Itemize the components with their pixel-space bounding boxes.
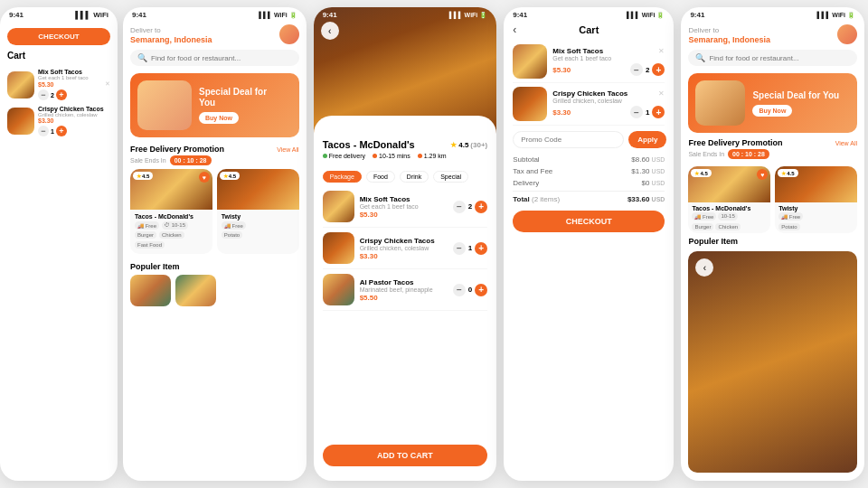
search-bar-p5[interactable]: 🔍	[688, 50, 857, 66]
search-input-p2[interactable]	[151, 54, 292, 62]
food-card-1[interactable]: ★4.5 ♥ Tacos - McDonald's 🚚 Free ⏱ 10-15…	[130, 169, 212, 254]
food-cards-p2: ★4.5 ♥ Tacos - McDonald's 🚚 Free ⏱ 10-15…	[130, 169, 299, 254]
promo-code-input[interactable]	[513, 131, 624, 148]
tab-special[interactable]: Special	[433, 171, 468, 183]
qty-plus-1[interactable]: +	[56, 89, 67, 100]
back-button-p3[interactable]: ‹	[321, 22, 339, 40]
special-deal-banner-p5: Special Deal for You Buy Now	[688, 73, 857, 133]
tab-drink[interactable]: Drink	[400, 171, 429, 183]
tag-fastfood: Fast Food	[135, 241, 165, 249]
item-3-minus[interactable]: −	[453, 284, 466, 296]
deal-food-img-p5	[695, 80, 745, 126]
item-2-plus[interactable]: +	[475, 242, 487, 255]
menu-item-1-price: $5.30	[360, 211, 448, 219]
qty-plus-2[interactable]: +	[56, 126, 67, 136]
popular-card-1-name: Tacos - McDonald's	[688, 202, 770, 212]
user-avatar-p2[interactable]	[279, 24, 299, 44]
food-card-2-img: ★4.5	[217, 169, 299, 210]
cart-item-2-close[interactable]: ✕	[658, 89, 665, 98]
popular-card-1-heart[interactable]: ♥	[757, 169, 768, 180]
search-input-p5[interactable]	[709, 54, 850, 62]
search-icon-p5: 🔍	[695, 53, 705, 62]
restaurant-name-p3: Tacos - McDonald's	[323, 139, 415, 150]
back-button-p4[interactable]: ‹	[513, 23, 516, 36]
menu-item-2-desc: Grilled chicken, coleslaw	[360, 245, 448, 251]
menu-item-2-name: Crispy Chicken Tacos	[360, 237, 448, 245]
cart-qty-2: 1	[646, 108, 649, 117]
distance-badge-p3: 1.29 km	[418, 153, 447, 159]
status-time-p2: 9:41	[132, 11, 146, 19]
food-card-2-rating: ★4.5	[220, 172, 240, 180]
cart-item-1-close[interactable]: ✕	[105, 80, 110, 88]
status-icons-p5: ▌▌▌ WiFi 🔋	[817, 12, 855, 19]
cart-item-2: Crispy Chicken Tacos Grilled chicken, co…	[7, 103, 110, 139]
cart-item-1-close[interactable]: ✕	[658, 47, 665, 55]
subtotal-value: $8.60 USD	[631, 155, 665, 164]
total-value: $33.60 USD	[627, 195, 665, 203]
populer-title-p5: Populer Item	[688, 237, 738, 246]
buy-now-button-p5[interactable]: Buy Now	[752, 105, 792, 117]
item-1-minus[interactable]: −	[453, 201, 466, 213]
apply-button[interactable]: Apply	[628, 131, 666, 148]
popular-card-2-img: ★4.5	[775, 166, 857, 202]
search-bar-p2[interactable]: 🔍	[130, 50, 299, 66]
qty-minus-2[interactable]: −	[38, 126, 49, 136]
menu-item-2-price: $3.30	[360, 252, 448, 260]
qty-minus-1[interactable]: −	[38, 89, 49, 100]
cart-qty-minus-2[interactable]: −	[630, 106, 643, 118]
status-time-p4: 9:41	[513, 11, 527, 19]
item-2-minus[interactable]: −	[453, 242, 466, 255]
cart-item-1-img	[7, 71, 34, 99]
menu-item-3: Al Pastor Tacos Marinated beef, pineappl…	[323, 269, 488, 311]
menu-item-2: Crispy Chicken Tacos Grilled chicken, co…	[323, 228, 488, 269]
checkout-button-p4[interactable]: CHECKOUT	[513, 211, 665, 232]
add-to-cart-button-p3[interactable]: ADD TO CART	[323, 445, 488, 466]
user-avatar-p5[interactable]	[837, 24, 857, 44]
populer-img-2	[175, 275, 216, 306]
total-label: Total	[513, 195, 530, 203]
food-card-2[interactable]: ★4.5 Twisty 🚚 Free Potato	[217, 169, 299, 254]
item-3-plus[interactable]: +	[475, 284, 487, 296]
star-icon-p3: ★	[450, 141, 457, 149]
deal-title-p2: Special Deal for You	[199, 87, 285, 108]
menu-item-3-price: $5.50	[360, 294, 448, 302]
popular-card-1[interactable]: ★4.5 ♥ Tacos - McDonald's 🚚 Free 10-15 B…	[688, 166, 770, 233]
cart-cart-item-2-desc: Grilled chicken, coleslaw	[552, 98, 665, 104]
tag-time: ⏱ 10-15	[162, 221, 188, 230]
food-card-1-heart[interactable]: ♥	[199, 172, 210, 183]
checkout-button-top[interactable]: CHECKOUT	[7, 28, 110, 45]
cart-qty-minus-1[interactable]: −	[630, 63, 643, 76]
buy-now-button-p2[interactable]: Buy Now	[199, 112, 239, 124]
bottom-hero-p5: ‹	[688, 251, 857, 473]
free-delivery-title-p2: Free Delivery Promotion	[130, 145, 224, 154]
back-btn-hero-p5[interactable]: ‹	[695, 258, 713, 277]
popular-card-2-name: Twisty	[775, 202, 857, 212]
tag-potato-p5: Potato	[778, 223, 799, 230]
cart-cart-item-1-name: Mix Soft Tacos	[552, 47, 603, 55]
popular-card-2[interactable]: ★4.5 Twisty 🚚 Free Potato	[775, 166, 857, 233]
item-1-plus[interactable]: +	[475, 201, 487, 213]
free-delivery-title-p5: Free Delivery Promotion	[688, 138, 782, 147]
subtotal-label: Subtotal	[513, 155, 539, 164]
status-icons-p3: ▌▌▌ WiFi 🔋	[449, 12, 487, 19]
tag-potato: Potato	[222, 231, 242, 239]
tab-package[interactable]: Package	[323, 171, 362, 183]
cart-cart-item-1-desc: Get each 1 beef taco	[552, 55, 665, 61]
tab-food[interactable]: Food	[366, 171, 395, 183]
cart-qty-plus-1[interactable]: +	[652, 63, 665, 76]
view-all-p2[interactable]: View All	[277, 146, 298, 153]
tag-chicken-p5: Chicken	[715, 223, 741, 230]
cart-qty-plus-2[interactable]: +	[652, 106, 665, 118]
rating-p3: 4.5	[458, 141, 468, 149]
menu-item-3-desc: Marinated beef, pineapple	[360, 286, 448, 293]
tag-10-15: 10-15	[718, 212, 737, 221]
item-2-qty: 1	[468, 244, 472, 252]
tag-free-2: 🚚 Free	[778, 212, 803, 221]
tag-free-del-2: 🚚 Free	[222, 221, 246, 230]
menu-item-1-desc: Get each 1 beef taco	[360, 203, 448, 210]
cart-cart-item-2: Crispy Chicken Tacos ✕ Grilled chicken, …	[513, 83, 665, 126]
popular-card-1-img: ★4.5 ♥	[688, 166, 770, 202]
cart-item-1: Mix Soft Tacos Get each 1 beef taco $5.3…	[7, 66, 110, 103]
view-all-p5[interactable]: View All	[835, 140, 857, 146]
search-icon-p2: 🔍	[137, 53, 147, 62]
